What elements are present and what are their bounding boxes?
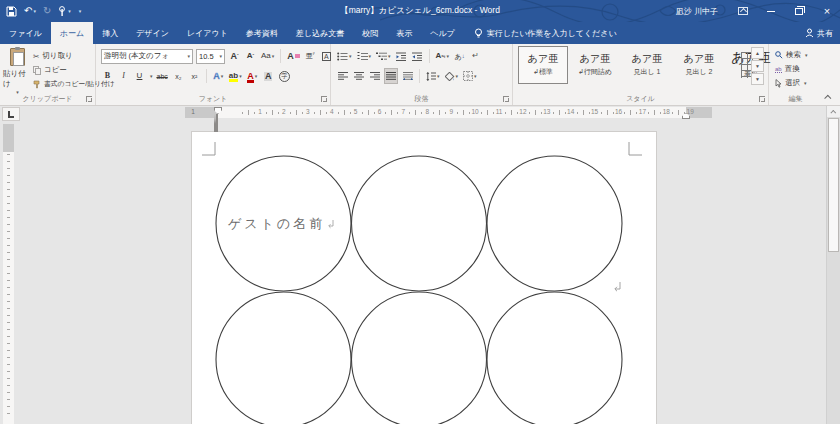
undo-button[interactable]: ↶▾ [24, 6, 36, 16]
style-scroll-up-button[interactable]: ▲ [751, 47, 764, 59]
document-page[interactable]: ゲストの名前 [192, 132, 656, 424]
style-item-行間詰め[interactable]: あア亜↲行間詰め [570, 46, 620, 84]
share-button[interactable]: 共有 [805, 22, 833, 44]
asian-layout-button[interactable]: A⇋▾ [435, 48, 451, 64]
numbering-button[interactable]: ▾ [356, 48, 373, 64]
style-scroll-down-button[interactable]: ▼ [751, 60, 764, 72]
style-item-見出し1[interactable]: あア亜見出し 1 [622, 46, 672, 84]
ruler-tick [296, 110, 297, 115]
shrink-font-button[interactable]: Aˇ [244, 48, 257, 64]
circle-shapes[interactable] [216, 156, 622, 424]
style-item-標準[interactable]: あア亜↲標準 [518, 46, 568, 84]
phonetic-guide-button[interactable]: 亜ｱ [304, 48, 317, 64]
styles-dialog-launcher[interactable] [759, 96, 765, 102]
clipboard-dialog-launcher[interactable] [86, 96, 92, 102]
paragraph-dialog-launcher[interactable] [503, 96, 509, 102]
tab-stop-selector[interactable] [2, 107, 20, 121]
select-button[interactable]: 選択▾ [775, 77, 807, 90]
grow-font-button[interactable]: Aˆ [228, 48, 241, 64]
align-right-button[interactable] [368, 68, 381, 84]
tab-layout[interactable]: レイアウト [178, 22, 237, 44]
style-gallery-more-button[interactable]: ▼ [751, 73, 764, 85]
tab-home[interactable]: ホーム [51, 22, 93, 44]
restore-button[interactable] [792, 4, 806, 18]
ruler-tick [630, 110, 631, 115]
bold-button[interactable]: B [101, 68, 114, 84]
touch-mode-button[interactable]: ▾ [58, 6, 71, 17]
clear-formatting-button[interactable]: A [286, 48, 301, 64]
align-left-button[interactable] [336, 68, 349, 84]
save-icon[interactable] [6, 6, 17, 17]
close-button[interactable]: × [820, 4, 834, 18]
borders-button[interactable]: ▾ [462, 68, 478, 84]
style-name: 見出し 2 [685, 67, 712, 77]
decrease-indent-button[interactable] [395, 48, 408, 64]
circle-shape-5[interactable] [352, 292, 487, 424]
shading-button[interactable]: ▾ [444, 68, 460, 84]
tab-mailings[interactable]: 差し込み文書 [287, 22, 353, 44]
strikethrough-button[interactable]: abc [156, 68, 169, 84]
distribute-button[interactable] [401, 68, 414, 84]
dropdown-caret-icon[interactable]: ▾ [150, 73, 153, 79]
highlight-color-button[interactable]: ab▾ [228, 68, 243, 84]
circle-shape-4[interactable] [216, 292, 351, 424]
guest-name-text[interactable]: ゲストの名前 [228, 216, 325, 231]
tab-view[interactable]: 表示 [387, 22, 421, 44]
show-formatting-marks-button[interactable]: ↵ [469, 48, 482, 64]
text-effects-button[interactable]: A▾ [212, 68, 225, 84]
search-icon [775, 51, 783, 59]
distribute-icon [403, 72, 413, 80]
dropdown-caret-icon[interactable]: ▾ [68, 9, 71, 14]
collapse-ribbon-button[interactable] [821, 92, 835, 102]
ruler-dot [541, 112, 542, 114]
left-indent-marker[interactable] [214, 114, 222, 123]
increase-indent-button[interactable] [411, 48, 424, 64]
bullets-button[interactable]: ▾ [336, 48, 353, 64]
circle-shape-3[interactable] [487, 156, 622, 291]
tab-design[interactable]: デザイン [127, 22, 178, 44]
enclose-characters-button[interactable]: 字 [278, 68, 291, 84]
horizontal-ruler[interactable]: 123456789101112131415161718191 [185, 107, 712, 118]
align-center-icon [354, 72, 364, 80]
tab-references[interactable]: 参考資料 [237, 22, 287, 44]
align-center-button[interactable] [352, 68, 365, 84]
underline-button[interactable]: U [133, 68, 146, 84]
style-item-見出し2[interactable]: あア亜見出し 2 [674, 46, 724, 84]
paste-button[interactable]: 貼り付け ▾ [3, 46, 31, 98]
character-shading-button[interactable]: A [262, 68, 275, 84]
user-name[interactable]: 凪沙 川中子 [676, 6, 718, 17]
justify-button[interactable] [384, 68, 398, 84]
scrollbar-up-button[interactable] [827, 106, 840, 117]
change-case-button[interactable]: Aa▾ [260, 48, 275, 64]
font-color-button[interactable]: A▾ [246, 68, 259, 84]
ruler-dot [278, 112, 279, 114]
ruler-number: 8 [425, 109, 429, 116]
tab-review[interactable]: 校閲 [353, 22, 387, 44]
scrollbar-thumb[interactable] [828, 118, 839, 252]
tab-help[interactable]: ヘルプ [421, 22, 464, 44]
font-size-combo[interactable]: 10.5▾ [196, 49, 225, 64]
circle-shape-6[interactable] [487, 292, 622, 424]
circle-shape-2[interactable] [352, 156, 487, 291]
font-name-combo[interactable]: 游明朝 (本文のフォ▾ [101, 49, 193, 64]
indent-icon [412, 52, 422, 61]
titlebar-right-controls: 凪沙 川中子 × [676, 0, 834, 22]
sort-button[interactable]: あ↓ [453, 48, 466, 64]
customize-qat-button[interactable]: ▾ [78, 9, 82, 14]
ruler-tick [463, 110, 464, 115]
vertical-ruler[interactable] [3, 124, 14, 424]
dropdown-caret-icon[interactable]: ▾ [33, 9, 36, 14]
tab-insert[interactable]: 挿入 [93, 22, 127, 44]
italic-button[interactable]: I [117, 68, 130, 84]
tell-me-box[interactable]: 実行したい作業を入力してください [474, 22, 617, 44]
ruler-number: 10 [471, 109, 478, 116]
superscript-button[interactable]: x² [188, 68, 201, 84]
minimize-button[interactable] [764, 4, 778, 18]
tab-file[interactable]: ファイル [0, 22, 51, 44]
multilevel-list-button[interactable]: ▾ [375, 48, 392, 64]
line-spacing-button[interactable]: ▾ [425, 68, 441, 84]
ribbon-display-options-button[interactable] [736, 4, 750, 18]
subscript-button[interactable]: x₂ [172, 68, 185, 84]
vertical-scrollbar[interactable] [826, 106, 840, 424]
font-dialog-launcher[interactable] [321, 96, 327, 102]
